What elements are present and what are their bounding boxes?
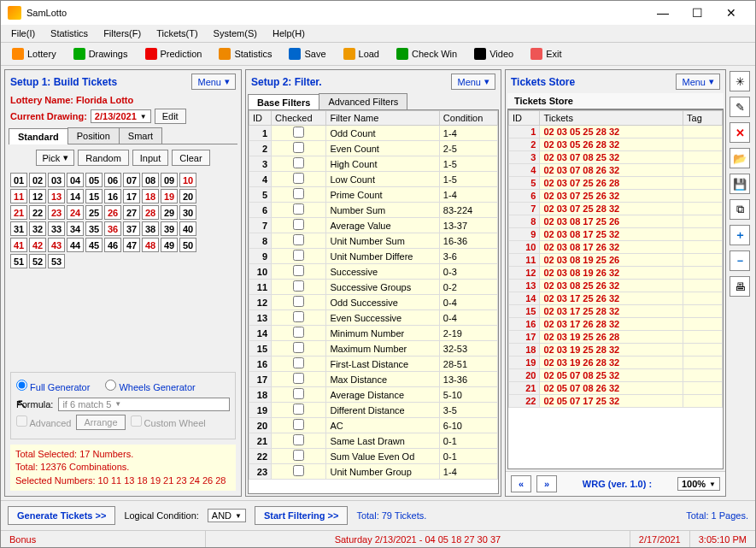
- ticket-row[interactable]: 1802 03 19 25 28 32: [509, 344, 723, 356]
- filter-row[interactable]: 21Same Last Drawn0-1: [249, 433, 498, 449]
- maximize-button[interactable]: ☐: [680, 3, 714, 23]
- filter-checkbox[interactable]: [293, 234, 304, 245]
- side-copy-icon[interactable]: ⧉: [730, 199, 750, 220]
- number-15[interactable]: 15: [85, 189, 103, 203]
- toolbar-load[interactable]: Load: [336, 44, 387, 63]
- ticket-row[interactable]: 2002 05 07 08 25 32: [509, 369, 723, 382]
- filter-grid[interactable]: IDCheckedFilter NameCondition1Odd Count1…: [249, 110, 498, 480]
- side-new-icon[interactable]: ✳: [730, 71, 750, 91]
- toolbar-check-win[interactable]: Check Win: [389, 44, 465, 63]
- filter-checkbox[interactable]: [293, 311, 304, 322]
- filter-row[interactable]: 8Unit Number Sum16-36: [249, 233, 498, 249]
- wheels-generator-radio[interactable]: Wheels Generator: [105, 380, 195, 392]
- ticket-row[interactable]: 102 03 05 25 28 32: [509, 126, 723, 138]
- filter-row[interactable]: 22Sum Value Even Od0-1: [249, 449, 498, 464]
- menu-file[interactable]: File(I): [4, 27, 42, 40]
- number-32[interactable]: 32: [29, 221, 46, 236]
- menu-statistics[interactable]: Statistics: [44, 27, 95, 40]
- number-10[interactable]: 10: [179, 173, 196, 187]
- filter-checkbox[interactable]: [293, 434, 304, 445]
- filter-row[interactable]: 9Unit Number Differe3-6: [249, 249, 498, 264]
- number-2[interactable]: 02: [29, 173, 46, 187]
- filter-checkbox[interactable]: [293, 419, 304, 430]
- filter-row[interactable]: 12Odd Successive0-4: [249, 295, 498, 310]
- filter-row[interactable]: 4Low Count1-5: [249, 172, 498, 187]
- ticket-row[interactable]: 1302 03 08 25 26 32: [509, 280, 723, 292]
- number-30[interactable]: 30: [179, 205, 196, 220]
- side-delete-icon[interactable]: ✕: [730, 122, 750, 143]
- side-edit-icon[interactable]: ✎: [730, 97, 750, 117]
- number-37[interactable]: 37: [123, 221, 140, 236]
- toolbar-exit[interactable]: Exit: [523, 44, 569, 63]
- number-31[interactable]: 31: [10, 221, 27, 236]
- ticket-row[interactable]: 1502 03 17 25 28 32: [509, 305, 723, 318]
- number-1[interactable]: 01: [10, 173, 27, 187]
- filter-checkbox[interactable]: [293, 342, 304, 353]
- ticket-row[interactable]: 302 03 07 08 25 32: [509, 151, 723, 164]
- ticket-row[interactable]: 1402 03 17 25 26 32: [509, 292, 723, 305]
- tab-advanced-filters[interactable]: Advanced Filters: [319, 93, 407, 109]
- number-40[interactable]: 40: [179, 221, 196, 236]
- ticket-row[interactable]: 1202 03 08 19 26 32: [509, 267, 723, 280]
- formula-combo[interactable]: if 6 match 5▼: [58, 398, 230, 411]
- number-6[interactable]: 06: [104, 173, 121, 187]
- ticket-row[interactable]: 702 03 07 25 28 32: [509, 203, 723, 215]
- filter-row[interactable]: 13Even Successive0-4: [249, 310, 498, 326]
- number-20[interactable]: 20: [179, 189, 196, 203]
- number-28[interactable]: 28: [142, 205, 159, 220]
- filter-checkbox[interactable]: [293, 327, 304, 338]
- number-11[interactable]: 11: [10, 189, 27, 203]
- generate-tickets-button[interactable]: Generate Tickets >>: [8, 506, 115, 525]
- clear-button[interactable]: Clear: [172, 150, 209, 166]
- pick-button[interactable]: Pick▾: [36, 150, 74, 166]
- filter-row[interactable]: 1Odd Count1-4: [249, 126, 498, 141]
- filter-checkbox[interactable]: [293, 250, 304, 261]
- number-21[interactable]: 21: [10, 205, 27, 220]
- menu-tickets[interactable]: Tickets(T): [149, 27, 204, 40]
- number-41[interactable]: 41: [10, 238, 27, 252]
- start-filtering-button[interactable]: Start Filtering >>: [255, 506, 348, 525]
- number-34[interactable]: 34: [67, 221, 84, 236]
- close-button[interactable]: ✕: [714, 3, 748, 23]
- filter-row[interactable]: 6Number Sum83-224: [249, 203, 498, 218]
- ticket-row[interactable]: 2102 05 07 08 26 32: [509, 382, 723, 395]
- number-38[interactable]: 38: [142, 221, 159, 236]
- ticket-row[interactable]: 1902 03 19 26 28 32: [509, 356, 723, 369]
- drawing-date-combo[interactable]: 2/13/2021▼: [91, 109, 151, 123]
- ticket-row[interactable]: 602 03 07 25 26 32: [509, 190, 723, 203]
- toolbar-prediction[interactable]: Prediction: [138, 44, 210, 63]
- tab-base-filters[interactable]: Base Filters: [248, 94, 319, 110]
- number-53[interactable]: 53: [48, 254, 65, 268]
- number-7[interactable]: 07: [123, 173, 140, 187]
- filter-checkbox[interactable]: [293, 127, 304, 138]
- number-14[interactable]: 14: [67, 189, 84, 203]
- filter-row[interactable]: 23Unit Number Group1-4: [249, 464, 498, 480]
- number-33[interactable]: 33: [48, 221, 65, 236]
- number-17[interactable]: 17: [123, 189, 140, 203]
- number-49[interactable]: 49: [161, 238, 178, 252]
- filter-checkbox[interactable]: [293, 142, 304, 153]
- number-47[interactable]: 47: [123, 238, 140, 252]
- number-39[interactable]: 39: [161, 221, 178, 236]
- filter-row[interactable]: 18Average Distance5-10: [249, 387, 498, 403]
- number-35[interactable]: 35: [85, 221, 103, 236]
- filter-checkbox[interactable]: [293, 450, 304, 461]
- number-19[interactable]: 19: [161, 189, 178, 203]
- filter-row[interactable]: 19Different Distance3-5: [249, 403, 498, 418]
- number-5[interactable]: 05: [85, 173, 103, 187]
- toolbar-statistics[interactable]: Statistics: [211, 44, 279, 63]
- number-3[interactable]: 03: [48, 173, 65, 187]
- number-50[interactable]: 50: [179, 238, 196, 252]
- toolbar-drawings[interactable]: Drawings: [66, 44, 136, 63]
- ticket-row[interactable]: 802 03 08 17 25 26: [509, 215, 723, 228]
- number-51[interactable]: 51: [10, 254, 27, 268]
- toolbar-video[interactable]: Video: [466, 44, 521, 63]
- number-4[interactable]: 04: [67, 173, 84, 187]
- number-25[interactable]: 25: [85, 205, 103, 220]
- ticket-row[interactable]: 1602 03 17 26 28 32: [509, 318, 723, 331]
- toolbar-lottery[interactable]: Lottery: [4, 44, 64, 63]
- side-open-icon[interactable]: 📂: [730, 148, 750, 168]
- number-48[interactable]: 48: [142, 238, 159, 252]
- filter-checkbox[interactable]: [293, 265, 304, 276]
- filter-checkbox[interactable]: [293, 388, 304, 399]
